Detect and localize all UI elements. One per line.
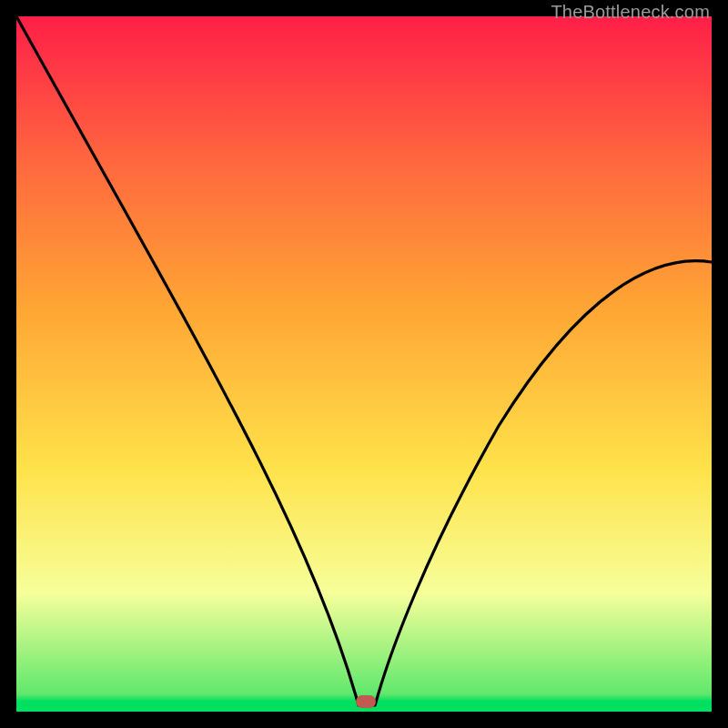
gradient-plot xyxy=(16,16,712,712)
bottleneck-curve-svg xyxy=(16,16,712,712)
chart-frame: TheBottleneck.com xyxy=(0,0,728,728)
bottleneck-curve xyxy=(16,16,712,705)
min-marker xyxy=(356,695,376,708)
